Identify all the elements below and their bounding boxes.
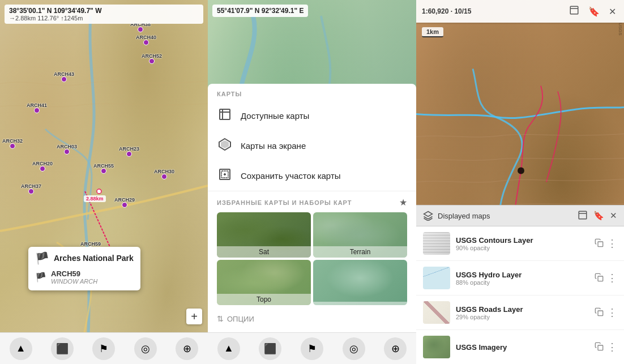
- layer-thumb-roads: [423, 301, 450, 324]
- map-square-icon[interactable]: ⬛: [51, 337, 74, 360]
- flag2-icon[interactable]: ⚑: [301, 337, 323, 360]
- tile-terrain[interactable]: Terrain: [313, 212, 407, 258]
- layer-copy-contours-icon[interactable]: [595, 238, 604, 249]
- tile-topo[interactable]: Topo: [217, 260, 311, 305]
- marker-arch41[interactable]: [34, 108, 40, 113]
- tile-4[interactable]: [313, 260, 407, 305]
- toolbar2-flag-btn[interactable]: ⚑: [300, 336, 324, 361]
- toolbar2-map-btn[interactable]: ⬛: [258, 336, 283, 361]
- layer-thumb-imagery: [423, 336, 450, 358]
- layer-item-hydro[interactable]: USGS Hydro Layer 88% opacity ⋮: [416, 261, 624, 296]
- save-area-label: Сохранить участок карты: [241, 171, 341, 181]
- layer-thumb-hydro: [423, 267, 450, 289]
- section-maps-header: КАРТЫ: [208, 84, 416, 101]
- layer-copy-hydro-icon[interactable]: [595, 273, 604, 284]
- bottom-toolbar-2: ▲ ⬛ ⚑ ◎ ⊕: [208, 332, 416, 364]
- favorites-header: ИЗБРАННЫЕ КАРТЫ И НАБОРЫ КАРТ ★: [208, 191, 416, 212]
- layer-name-hydro: USGS Hydro Layer: [456, 271, 589, 279]
- layer-more-contours-icon[interactable]: ⋮: [607, 237, 617, 250]
- target2-icon[interactable]: ◎: [343, 337, 365, 360]
- distance-label: 2.88km: [84, 195, 106, 202]
- layer-more-hydro-icon[interactable]: ⋮: [607, 272, 617, 284]
- marker-arch38[interactable]: [138, 27, 143, 32]
- layers-list: USGS Contours Layer 90% opacity ⋮ USGS H…: [416, 226, 624, 364]
- layer-item-imagery[interactable]: USGS Imagery ⋮: [416, 330, 624, 364]
- popup-item-flag-icon: 🏴: [35, 272, 46, 282]
- marker-arch43[interactable]: [61, 76, 67, 82]
- toolbar-mountain-btn[interactable]: ▲: [8, 336, 33, 361]
- dm-close-icon[interactable]: ✕: [610, 211, 617, 221]
- marker-label-arch32: ARCH32: [2, 138, 23, 144]
- options-row[interactable]: ⇅ ОПЦИИ: [208, 310, 416, 328]
- marker-arch29[interactable]: [122, 202, 127, 208]
- location-popup[interactable]: 🏴 Arches National Park 🏴 ARCH59 WINDOW A…: [28, 247, 140, 290]
- marker-arch20[interactable]: [40, 166, 45, 172]
- svg-rect-16: [598, 311, 603, 316]
- coordinates-main: 38°35'00.1" N 109°34'49.7" W: [9, 7, 199, 15]
- tile-4-label: [313, 302, 407, 305]
- layer-actions-imagery: ⋮: [595, 341, 617, 353]
- menu-item-maps-on-screen[interactable]: Карты на экране: [208, 131, 416, 161]
- layer-item-contours[interactable]: USGS Contours Layer 90% opacity ⋮: [416, 226, 624, 261]
- toolbar-compass-btn[interactable]: ⊕: [174, 336, 199, 361]
- marker-arch30[interactable]: [161, 174, 167, 179]
- tile-sat[interactable]: Sat: [217, 212, 311, 258]
- displayed-maps-header: Displayed maps 🔖 ✕: [416, 205, 624, 226]
- zoom-in-button[interactable]: +: [186, 309, 202, 324]
- marker-arch03[interactable]: [64, 149, 70, 155]
- toolbar-map-btn[interactable]: ⬛: [50, 336, 75, 361]
- mountain2-icon[interactable]: ▲: [217, 337, 240, 360]
- toolbar2-mountain-btn[interactable]: ▲: [216, 336, 241, 361]
- available-maps-icon: [217, 108, 233, 124]
- marker-label-arch23: ARCH23: [119, 146, 139, 152]
- dm-layers-icon[interactable]: [578, 210, 588, 222]
- mountain-icon[interactable]: ▲: [10, 337, 32, 360]
- scale-bar: 1km: [422, 27, 443, 37]
- marker-arch37[interactable]: [28, 189, 34, 194]
- options-expand-icon: ⇅: [217, 314, 224, 323]
- layer-more-imagery-icon[interactable]: ⋮: [607, 341, 617, 353]
- layer-name-roads: USGS Roads Layer: [456, 305, 589, 314]
- layer-opacity-roads: 29% opacity: [456, 314, 589, 320]
- popup-item[interactable]: 🏴 ARCH59 WINDOW ARCH: [35, 268, 134, 286]
- coords-box: 38°35'00.1" N 109°34'49.7" W →2.88km 112…: [5, 5, 203, 24]
- svg-rect-11: [570, 6, 578, 14]
- layer-info-hydro: USGS Hydro Layer 88% opacity: [456, 271, 589, 286]
- compass2-icon[interactable]: ⊕: [384, 337, 407, 360]
- toolbar2-compass-btn[interactable]: ⊕: [383, 336, 408, 361]
- layer-item-roads[interactable]: USGS Roads Layer 29% opacity ⋮: [416, 296, 624, 330]
- popup-item-name: ARCH59: [51, 269, 97, 278]
- marker-arch52[interactable]: [149, 58, 155, 64]
- marker-arch23[interactable]: [126, 151, 132, 157]
- marker-arch32[interactable]: [10, 143, 15, 149]
- toolbar-target-btn[interactable]: ◎: [133, 336, 158, 361]
- flag-icon[interactable]: ⚑: [92, 337, 115, 360]
- menu-overlay: КАРТЫ Доступные карты Карты на экране: [208, 84, 416, 332]
- map-header: 38°35'00.1" N 109°34'49.7" W →2.88km 112…: [5, 5, 203, 24]
- toolbar-flag-btn[interactable]: ⚑: [91, 336, 116, 361]
- dm-bookmark-icon[interactable]: 🔖: [593, 211, 604, 221]
- target-icon[interactable]: ◎: [134, 337, 157, 360]
- layer-copy-roads-icon[interactable]: [595, 307, 604, 318]
- tile-sat-label: Sat: [217, 246, 311, 258]
- layers-toggle-icon[interactable]: [567, 4, 582, 19]
- favorites-add-btn[interactable]: ★: [399, 197, 407, 208]
- layer-more-roads-icon[interactable]: ⋮: [607, 306, 617, 319]
- menu-item-available-maps[interactable]: Доступные карты: [208, 101, 416, 131]
- scale-info: 1:60,920 · 10/15: [422, 7, 471, 15]
- marker-arch40[interactable]: [143, 40, 149, 45]
- map-overlay-svg: [0, 0, 208, 364]
- close-icon[interactable]: ✕: [606, 5, 618, 18]
- options-label: ОПЦИИ: [227, 315, 254, 323]
- toolbar2-target-btn[interactable]: ◎: [341, 336, 366, 361]
- layer-copy-imagery-icon[interactable]: [595, 342, 604, 353]
- compass-icon[interactable]: ⊕: [176, 337, 198, 360]
- layer-info-roads: USGS Roads Layer 29% opacity: [456, 305, 589, 320]
- marker-arch55[interactable]: [101, 168, 106, 174]
- map-square2-icon[interactable]: ⬛: [259, 337, 281, 360]
- menu-item-save-area[interactable]: Сохранить участок карты: [208, 161, 416, 191]
- bottom-toolbar-1: ▲ ⬛ ⚑ ◎ ⊕: [0, 332, 208, 364]
- bookmark-icon[interactable]: 🔖: [586, 5, 602, 18]
- marker-label-arch03: ARCH03: [57, 144, 77, 149]
- layer-actions-roads: ⋮: [595, 306, 617, 319]
